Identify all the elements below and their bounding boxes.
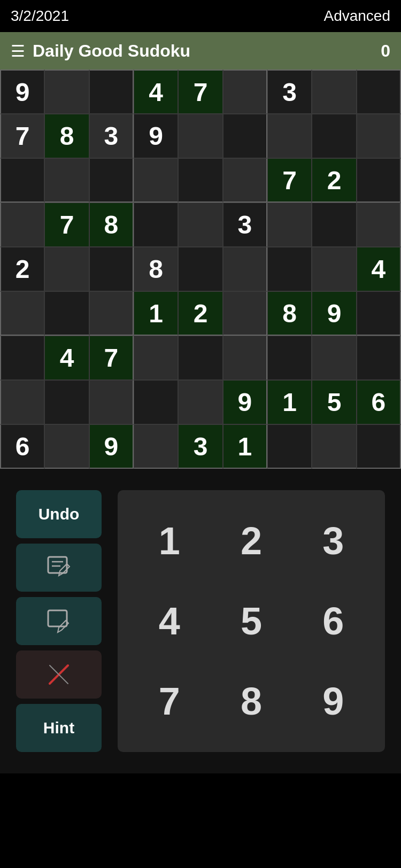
cell-r7-c3[interactable]: 7 xyxy=(89,336,134,380)
cell-r9-c7[interactable] xyxy=(267,424,312,469)
cell-r5-c4[interactable]: 8 xyxy=(134,247,178,291)
cell-r7-c8[interactable] xyxy=(312,336,356,380)
cell-r4-c5[interactable] xyxy=(178,203,222,247)
cell-r2-c1[interactable]: 7 xyxy=(0,114,44,158)
cell-r1-c8[interactable] xyxy=(312,69,356,114)
cell-r3-c7[interactable]: 7 xyxy=(267,158,312,203)
cell-r1-c9[interactable] xyxy=(357,69,401,114)
cell-r5-c7[interactable] xyxy=(267,247,312,291)
cell-r7-c6[interactable] xyxy=(223,336,267,380)
cell-r7-c9[interactable] xyxy=(357,336,401,380)
cell-r3-c2[interactable] xyxy=(44,158,89,203)
cell-r2-c5[interactable] xyxy=(178,114,222,158)
cell-r4-c1[interactable] xyxy=(0,203,44,247)
cell-r1-c4[interactable]: 4 xyxy=(134,69,178,114)
menu-icon[interactable]: ☰ xyxy=(11,42,25,60)
cell-r3-c8[interactable]: 2 xyxy=(312,158,356,203)
cell-r2-c8[interactable] xyxy=(312,114,356,158)
cell-r3-c3[interactable] xyxy=(89,158,134,203)
cell-r2-c2[interactable]: 8 xyxy=(44,114,89,158)
cell-r1-c5[interactable]: 7 xyxy=(178,69,222,114)
cell-value: 8 xyxy=(104,210,118,239)
num-button-7[interactable]: 7 xyxy=(128,661,210,741)
cell-r5-c8[interactable] xyxy=(312,247,356,291)
cell-r8-c4[interactable] xyxy=(134,380,178,424)
cell-r6-c1[interactable] xyxy=(0,291,44,336)
cell-r4-c4[interactable] xyxy=(134,203,178,247)
undo-button[interactable]: Undo xyxy=(16,490,102,538)
cell-r9-c8[interactable] xyxy=(312,424,356,469)
cell-r8-c2[interactable] xyxy=(44,380,89,424)
cell-r8-c5[interactable] xyxy=(178,380,222,424)
cell-r1-c2[interactable] xyxy=(44,69,89,114)
cell-r6-c3[interactable] xyxy=(89,291,134,336)
cell-r9-c4[interactable] xyxy=(134,424,178,469)
pencil-button[interactable] xyxy=(16,597,102,645)
cell-r1-c7[interactable]: 3 xyxy=(267,69,312,114)
cell-r7-c2[interactable]: 4 xyxy=(44,336,89,380)
cell-r5-c3[interactable] xyxy=(89,247,134,291)
cell-r2-c9[interactable] xyxy=(357,114,401,158)
cell-r6-c4[interactable]: 1 xyxy=(134,291,178,336)
cell-r7-c1[interactable] xyxy=(0,336,44,380)
cell-r9-c5[interactable]: 3 xyxy=(178,424,222,469)
cell-r8-c7[interactable]: 1 xyxy=(267,380,312,424)
num-button-9[interactable]: 9 xyxy=(292,661,374,741)
cell-r3-c4[interactable] xyxy=(134,158,178,203)
cell-r1-c1[interactable]: 9 xyxy=(0,69,44,114)
num-button-3[interactable]: 3 xyxy=(292,501,374,581)
num-button-2[interactable]: 2 xyxy=(210,501,292,581)
pencil2-icon xyxy=(45,608,72,634)
cell-r9-c3[interactable]: 9 xyxy=(89,424,134,469)
cell-r7-c4[interactable] xyxy=(134,336,178,380)
cell-r4-c7[interactable] xyxy=(267,203,312,247)
cell-r1-c3[interactable] xyxy=(89,69,134,114)
num-button-6[interactable]: 6 xyxy=(292,581,374,661)
cell-r9-c6[interactable]: 1 xyxy=(223,424,267,469)
cell-r5-c2[interactable] xyxy=(44,247,89,291)
cell-r6-c5[interactable]: 2 xyxy=(178,291,222,336)
cell-r8-c1[interactable] xyxy=(0,380,44,424)
cell-r4-c6[interactable]: 3 xyxy=(223,203,267,247)
cell-r9-c2[interactable] xyxy=(44,424,89,469)
cell-r4-c8[interactable] xyxy=(312,203,356,247)
left-controls: Undo Hint xyxy=(16,490,102,752)
cell-value: 7 xyxy=(104,343,118,373)
cell-r8-c6[interactable]: 9 xyxy=(223,380,267,424)
notes-button[interactable] xyxy=(16,544,102,592)
cell-r6-c2[interactable] xyxy=(44,291,89,336)
cell-r2-c6[interactable] xyxy=(223,114,267,158)
num-button-5[interactable]: 5 xyxy=(210,581,292,661)
num-button-4[interactable]: 4 xyxy=(128,581,210,661)
cell-r3-c5[interactable] xyxy=(178,158,222,203)
cell-r5-c1[interactable]: 2 xyxy=(0,247,44,291)
cell-r3-c6[interactable] xyxy=(223,158,267,203)
cell-r3-c9[interactable] xyxy=(357,158,401,203)
cell-r9-c9[interactable] xyxy=(357,424,401,469)
cell-r4-c2[interactable]: 7 xyxy=(44,203,89,247)
cell-r5-c6[interactable] xyxy=(223,247,267,291)
cell-r6-c7[interactable]: 8 xyxy=(267,291,312,336)
cell-r8-c3[interactable] xyxy=(89,380,134,424)
eraser-button[interactable] xyxy=(16,650,102,699)
cell-r6-c8[interactable]: 9 xyxy=(312,291,356,336)
cell-r8-c9[interactable]: 6 xyxy=(357,380,401,424)
cell-r7-c5[interactable] xyxy=(178,336,222,380)
cell-r2-c3[interactable]: 3 xyxy=(89,114,134,158)
cell-r4-c3[interactable]: 8 xyxy=(89,203,134,247)
cell-r1-c6[interactable] xyxy=(223,69,267,114)
hint-button[interactable]: Hint xyxy=(16,704,102,752)
cell-r4-c9[interactable] xyxy=(357,203,401,247)
cell-r8-c8[interactable]: 5 xyxy=(312,380,356,424)
cell-r9-c1[interactable]: 6 xyxy=(0,424,44,469)
cell-r6-c6[interactable] xyxy=(223,291,267,336)
cell-r2-c7[interactable] xyxy=(267,114,312,158)
num-button-1[interactable]: 1 xyxy=(128,501,210,581)
cell-r5-c9[interactable]: 4 xyxy=(357,247,401,291)
num-button-8[interactable]: 8 xyxy=(210,661,292,741)
cell-r2-c4[interactable]: 9 xyxy=(134,114,178,158)
cell-r7-c7[interactable] xyxy=(267,336,312,380)
cell-r6-c9[interactable] xyxy=(357,291,401,336)
cell-r3-c1[interactable] xyxy=(0,158,44,203)
cell-r5-c5[interactable] xyxy=(178,247,222,291)
